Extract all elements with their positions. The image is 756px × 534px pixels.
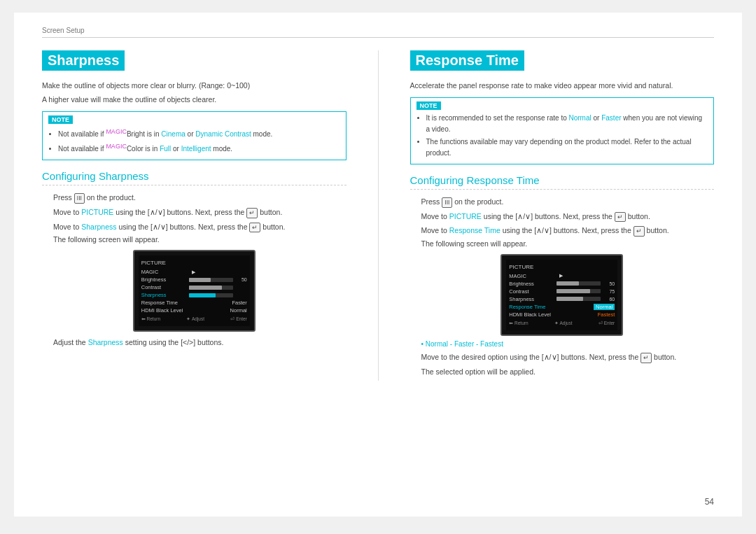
left-intro1: Make the outline of objects more clear o… xyxy=(42,80,346,92)
right-step-note: • Normal - Faster - Fastest xyxy=(421,340,715,348)
right-intro: Accelerate the panel response rate to ma… xyxy=(410,80,715,92)
left-monitor-inner: PICTURE MAGIC ▶ Brightness 50 xyxy=(139,255,250,326)
left-step-4: Adjust the Sharpness setting using the [… xyxy=(42,337,346,349)
right-monitor-title: PICTURE xyxy=(509,264,615,270)
right-column: Response Time Accelerate the panel respo… xyxy=(410,50,715,381)
breadcrumb: Screen Setup xyxy=(42,27,714,34)
left-column: Sharpness Make the outline of objects mo… xyxy=(42,50,346,381)
two-column-layout: Sharpness Make the outline of objects mo… xyxy=(42,50,714,381)
left-note-box: NOTE Not available if MAGICBright is in … xyxy=(42,111,346,161)
right-monitor: PICTURE MAGIC ▶ Brightness 50 xyxy=(500,254,623,336)
left-step-3: Move to Sharpness using the [∧/∨] button… xyxy=(42,222,346,246)
right-monitor-inner: PICTURE MAGIC ▶ Brightness 50 xyxy=(506,260,617,330)
left-step-3-note: The following screen will appear. xyxy=(53,234,346,246)
right-menu-row-sharpness: Sharpness 60 xyxy=(509,296,615,302)
right-steps: Press III on the product. Move to PICTUR… xyxy=(410,197,715,250)
right-section-title: Response Time xyxy=(410,50,524,71)
right-monitor-footer: ⬅ Return ✦ Adjust ⏎ Enter xyxy=(509,321,615,326)
left-monitor-title: PICTURE xyxy=(141,260,247,266)
left-config-heading: Configuring Sharpness xyxy=(42,170,346,185)
left-menu-row-sharpness: Sharpness xyxy=(141,292,247,298)
right-step-2: Move to PICTURE using the [∧/∨] buttons.… xyxy=(410,211,715,223)
left-intro2: A higher value will make the outline of … xyxy=(42,94,346,106)
left-menu-row-response: Response Time Faster xyxy=(141,300,247,306)
right-note-item-2: The functions available may vary dependi… xyxy=(426,136,708,159)
right-note-box: NOTE It is recommended to set the respon… xyxy=(410,97,715,164)
right-menu-row-response: Response Time Normal xyxy=(509,304,615,310)
right-step-3-note: The following screen will appear. xyxy=(421,239,715,250)
left-note-label: NOTE xyxy=(48,115,73,124)
left-menu-row-magic: MAGIC ▶ xyxy=(141,269,247,275)
right-step-5: The selected option will be applied. xyxy=(410,367,715,378)
left-menu-row-contrast: Contrast xyxy=(141,284,247,290)
left-monitor: PICTURE MAGIC ▶ Brightness 50 xyxy=(133,250,255,332)
right-steps-after: Move to the desired option using the [∧/… xyxy=(410,352,715,378)
left-section-title: Sharpness xyxy=(42,50,125,71)
right-menu-row-brightness: Brightness 50 xyxy=(509,281,615,287)
right-menu-row-hdmi: HDMI Black Level Fastest xyxy=(509,311,615,318)
right-step-3: Move to Response Time using the [∧/∨] bu… xyxy=(410,225,715,250)
right-menu-row-magic: MAGIC ▶ xyxy=(509,273,615,279)
right-note-label: NOTE xyxy=(416,101,441,110)
column-divider xyxy=(378,50,379,381)
right-note-text: It is recommended to set the response ra… xyxy=(416,113,708,159)
left-step-2: Move to PICTURE using the [∧/∨] buttons.… xyxy=(42,207,346,218)
left-menu-row-brightness: Brightness 50 xyxy=(141,276,247,283)
left-steps: Press III on the product. Move to PICTUR… xyxy=(42,192,346,246)
left-step-1: Press III on the product. xyxy=(42,192,346,204)
page-number: 54 xyxy=(705,497,714,507)
right-menu-row-contrast: Contrast 75 xyxy=(509,288,615,295)
right-config-heading: Configuring Response Time xyxy=(410,174,715,190)
left-menu-row-hdmi: HDMI Black Level Normal xyxy=(141,307,247,314)
left-note-item-1: Not available if MAGICBright is in Cinem… xyxy=(58,127,340,140)
left-note-item-2: Not available if MAGICColor is in Full o… xyxy=(58,141,340,155)
left-steps-after: Adjust the Sharpness setting using the [… xyxy=(42,337,346,349)
top-divider xyxy=(42,37,714,38)
right-note-item-1: It is recommended to set the response ra… xyxy=(426,113,708,135)
left-monitor-footer: ⬅ Return ✦ Adjust ⏎ Enter xyxy=(141,316,247,322)
page: Screen Setup Sharpness Make the outline … xyxy=(14,13,742,517)
right-step-4: Move to the desired option using the [∧/… xyxy=(410,352,715,363)
left-note-text: Not available if MAGICBright is in Cinem… xyxy=(48,127,340,155)
right-step-1: Press III on the product. xyxy=(410,197,715,208)
